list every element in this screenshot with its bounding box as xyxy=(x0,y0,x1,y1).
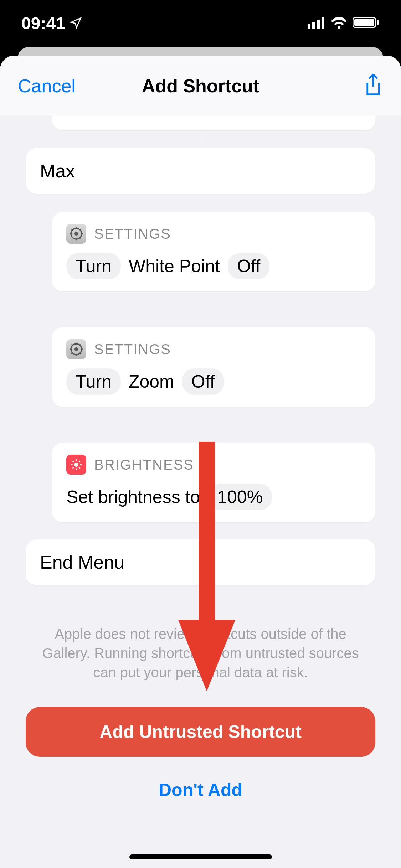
svg-line-23 xyxy=(72,345,73,346)
cancel-button[interactable]: Cancel xyxy=(18,75,76,97)
menu-item-label: Max xyxy=(40,161,75,181)
svg-rect-5 xyxy=(354,19,374,26)
svg-rect-2 xyxy=(317,20,320,29)
action-prefix-label: Set brightness to xyxy=(66,487,200,507)
action-card-brightness[interactable]: BRIGHTNESS Set brightness to 100% xyxy=(52,443,375,522)
modal-sheet: Cancel Add Shortcut Max SETTINGS xyxy=(0,56,401,868)
svg-rect-1 xyxy=(312,22,315,29)
svg-line-16 xyxy=(80,229,81,230)
add-untrusted-shortcut-button[interactable]: Add Untrusted Shortcut xyxy=(26,707,375,757)
cellular-signal-icon xyxy=(308,16,325,30)
app-source-label: BRIGHTNESS xyxy=(94,457,194,473)
location-arrow-icon xyxy=(70,14,82,33)
svg-line-32 xyxy=(73,461,74,462)
action-feature-label: Zoom xyxy=(129,371,174,392)
action-card-zoom[interactable]: SETTINGS Turn Zoom Off xyxy=(52,327,375,407)
action-verb-pill[interactable]: Turn xyxy=(66,253,121,279)
battery-icon xyxy=(353,16,380,30)
svg-line-33 xyxy=(79,467,80,469)
dont-add-button[interactable]: Don't Add xyxy=(26,780,375,800)
action-feature-label: White Point xyxy=(129,256,220,277)
home-indicator[interactable] xyxy=(129,854,272,859)
action-state-pill[interactable]: Off xyxy=(182,368,224,395)
sheet-title: Add Shortcut xyxy=(142,75,259,97)
menu-item-card-max[interactable]: Max xyxy=(26,148,375,194)
svg-line-13 xyxy=(72,229,73,230)
action-state-pill[interactable]: Off xyxy=(228,253,270,279)
wifi-icon xyxy=(330,16,348,30)
previous-action-card-edge xyxy=(52,116,375,130)
svg-line-14 xyxy=(80,237,81,238)
svg-rect-0 xyxy=(308,24,310,29)
action-verb-pill[interactable]: Turn xyxy=(66,368,121,395)
svg-line-24 xyxy=(80,353,81,354)
svg-line-15 xyxy=(72,237,73,238)
svg-point-18 xyxy=(74,347,78,351)
settings-app-icon xyxy=(66,224,86,244)
svg-line-34 xyxy=(73,467,74,469)
end-menu-card[interactable]: End Menu xyxy=(26,539,375,585)
share-button[interactable] xyxy=(363,73,383,99)
status-time: 09:41 xyxy=(21,14,65,33)
action-card-white-point[interactable]: SETTINGS Turn White Point Off xyxy=(52,212,375,291)
sheet-header: Cancel Add Shortcut xyxy=(0,56,401,116)
end-menu-label: End Menu xyxy=(40,552,124,573)
app-source-label: SETTINGS xyxy=(94,341,171,357)
untrusted-disclaimer: Apple does not review shortcuts outside … xyxy=(26,624,375,682)
status-bar: 09:41 xyxy=(0,0,401,46)
svg-point-27 xyxy=(74,463,78,467)
svg-rect-3 xyxy=(322,17,324,29)
share-icon xyxy=(363,73,383,98)
svg-line-26 xyxy=(80,345,81,346)
connector-line xyxy=(201,603,201,621)
action-value-pill[interactable]: 100% xyxy=(208,484,272,510)
brightness-app-icon xyxy=(66,455,86,475)
svg-line-35 xyxy=(79,461,80,462)
settings-app-icon xyxy=(66,339,86,359)
app-source-label: SETTINGS xyxy=(94,226,171,242)
connector-line xyxy=(201,130,201,149)
svg-line-25 xyxy=(72,353,73,354)
svg-rect-6 xyxy=(377,20,379,25)
svg-point-8 xyxy=(74,232,78,236)
